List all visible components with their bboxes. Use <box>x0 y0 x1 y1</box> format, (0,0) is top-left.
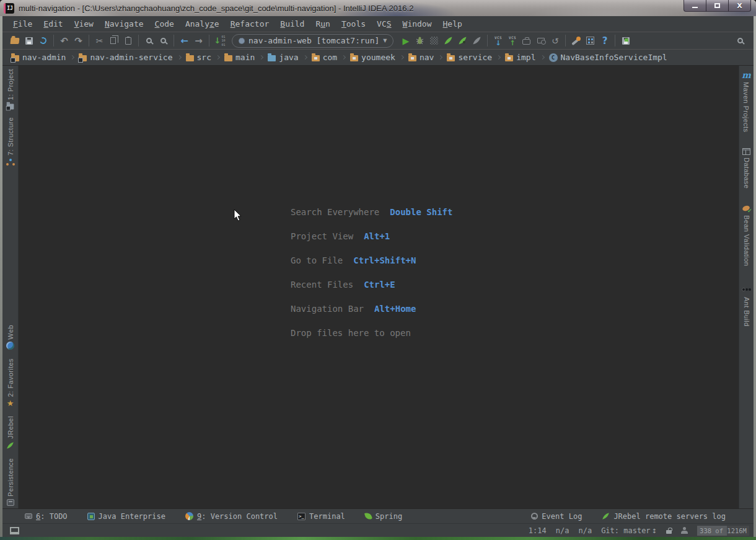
toolwindow-tab-persistence[interactable]: Persistence <box>7 458 14 506</box>
search-everywhere-button[interactable] <box>733 33 747 48</box>
jrebel-debug-button[interactable] <box>455 33 470 48</box>
menu-item-view[interactable]: View <box>69 19 99 29</box>
find-button[interactable] <box>142 33 156 48</box>
redo-button[interactable]: ↷ <box>71 33 86 48</box>
unlock-icon[interactable] <box>666 530 672 534</box>
encoding-indicator[interactable]: n/a <box>578 526 592 535</box>
breadcrumb-nav-admin-service[interactable]: nav-admin-service <box>79 53 172 62</box>
breadcrumb-java[interactable]: java <box>268 53 298 62</box>
menu-item-edit[interactable]: Edit <box>38 19 68 29</box>
jrebel-save-button[interactable] <box>618 33 633 48</box>
breadcrumb-nav[interactable]: nav <box>408 53 434 62</box>
menu-item-refactor[interactable]: Refactor <box>225 19 275 29</box>
toolwindow-tab-database[interactable]: Database <box>742 148 750 188</box>
menu-item-file[interactable]: File <box>7 19 38 29</box>
sort-lines-button[interactable]: ↓ 011001 <box>213 33 227 48</box>
settings-button[interactable] <box>569 33 583 48</box>
vcs-commit-button[interactable]: VCS↑ <box>505 33 519 48</box>
breadcrumb-youmeek[interactable]: youmeek <box>350 53 395 62</box>
breadcrumb-src[interactable]: src <box>186 53 211 62</box>
toolbar-separator <box>487 35 488 46</box>
module-icon <box>11 55 19 61</box>
hector-icon[interactable] <box>681 531 688 534</box>
toolwindow-tab-version-control[interactable]: 9: Version Control <box>185 512 278 521</box>
hint-search-everywhere: Search EverywhereDouble Shift <box>291 200 452 224</box>
toolwindow-tab-jrebel[interactable]: JRebel <box>6 416 14 449</box>
caret-position[interactable]: 1:14 <box>529 526 547 535</box>
help-button[interactable]: ? <box>597 33 612 48</box>
jrebel-log-button[interactable]: JRebel remote servers log <box>602 512 726 521</box>
open-folder-button[interactable] <box>7 33 22 48</box>
close-button[interactable]: X <box>728 0 751 12</box>
menu-item-build[interactable]: Build <box>275 19 310 29</box>
toolwindow-tab-spring[interactable]: Spring <box>365 512 402 521</box>
memory-indicator[interactable]: 338 of 1216M <box>697 526 749 536</box>
coverage-button[interactable] <box>427 33 441 48</box>
toolwindow-tab-favorites[interactable]: 2: Favorites ★ <box>7 358 14 407</box>
toolwindow-tab-maven[interactable]: m Maven Projects <box>742 71 751 132</box>
breadcrumb-nav-admin[interactable]: nav-admin <box>11 53 66 62</box>
toolwindow-tab-bean-validation[interactable]: ✔ Bean Validation <box>742 205 751 266</box>
cut-button[interactable]: ✂ <box>92 33 107 48</box>
spring-icon <box>364 512 372 520</box>
jrebel-icon <box>602 512 610 520</box>
back-button[interactable]: ← <box>177 33 191 48</box>
chevron-right-icon <box>70 55 74 60</box>
jrebel-run-button[interactable] <box>441 33 455 48</box>
replace-button[interactable] <box>156 33 170 48</box>
save-all-button[interactable] <box>22 33 36 48</box>
menu-item-help[interactable]: Help <box>437 19 468 29</box>
project-structure-button[interactable] <box>583 33 597 48</box>
rocket-disabled-button[interactable] <box>470 33 484 48</box>
maximize-button[interactable] <box>706 0 729 12</box>
git-branch-widget[interactable]: Git: master↕ <box>601 526 657 535</box>
menu-item-window[interactable]: Window <box>397 19 437 29</box>
toolwindow-tab-todo[interactable]: 6: TODO <box>25 512 68 521</box>
toolwindow-tab-project[interactable]: 1: Project <box>6 69 14 110</box>
sync-button[interactable] <box>36 33 50 48</box>
paste-button[interactable] <box>121 33 135 48</box>
vcs-update-button[interactable]: VCS↓ <box>491 33 505 48</box>
database-icon <box>742 148 750 155</box>
toolwindow-tab-java-enterprise[interactable]: Java Enterprise <box>87 512 165 521</box>
toolwindow-tab-structure[interactable]: 7: Structure <box>7 117 14 166</box>
folder-icon <box>186 55 194 61</box>
minimize-button[interactable] <box>683 0 706 12</box>
breadcrumb-service[interactable]: service <box>447 53 492 62</box>
hint-go-to-file: Go to FileCtrl+Shift+N <box>291 248 452 272</box>
menu-item-vcs[interactable]: VCS <box>371 19 397 29</box>
project-icon <box>7 104 14 110</box>
breadcrumb-com[interactable]: com <box>312 53 337 62</box>
bottom-toolwindow-bar: 6: TODO Java Enterprise 9: Version Contr… <box>2 508 754 523</box>
breadcrumb-main[interactable]: main <box>224 53 255 62</box>
line-separator-indicator[interactable]: n/a <box>556 526 569 535</box>
breadcrumb-impl[interactable]: impl <box>505 53 535 62</box>
revert-button[interactable]: ↺ <box>548 33 562 48</box>
save-all-icon <box>25 37 33 45</box>
menu-item-code[interactable]: Code <box>149 19 180 29</box>
forward-icon: → <box>195 35 203 46</box>
run-configuration-select[interactable]: nav-admin-web [tomcat7:run] ▼ <box>232 34 393 48</box>
breadcrumb-class[interactable]: CNavBaseInfoServiceImpl <box>549 53 667 62</box>
title-bar[interactable]: IJ multi-navigation - [C:\Users\zhangcha… <box>0 0 756 16</box>
toolwindow-tab-ant-build[interactable]: Ant Build <box>742 285 751 327</box>
navigation-bar: nav-admin nav-admin-service src main jav… <box>2 50 754 66</box>
forward-button[interactable]: → <box>191 33 206 48</box>
debug-button[interactable] <box>413 33 427 48</box>
menu-item-run[interactable]: Run <box>310 19 335 29</box>
shelve-button[interactable] <box>534 33 548 48</box>
help-icon: ? <box>602 35 608 46</box>
copy-button[interactable] <box>107 33 121 48</box>
menu-item-analyze[interactable]: Analyze <box>180 19 225 29</box>
toolwindow-tab-web[interactable]: Web <box>6 325 14 350</box>
toggle-toolwindows-icon[interactable] <box>10 527 19 534</box>
menu-item-navigate[interactable]: Navigate <box>99 19 149 29</box>
run-button[interactable]: ▶ <box>398 33 413 48</box>
editor-area[interactable]: Search EverywhereDouble Shift Project Vi… <box>19 66 739 508</box>
toolwindow-tab-terminal[interactable]: >_ Terminal <box>297 512 345 521</box>
event-log-button[interactable]: Event Log <box>531 512 582 521</box>
menu-item-tools[interactable]: Tools <box>336 19 371 29</box>
archive-button[interactable] <box>519 33 534 48</box>
undo-button[interactable]: ↶ <box>57 33 71 48</box>
class-icon: C <box>549 53 558 62</box>
